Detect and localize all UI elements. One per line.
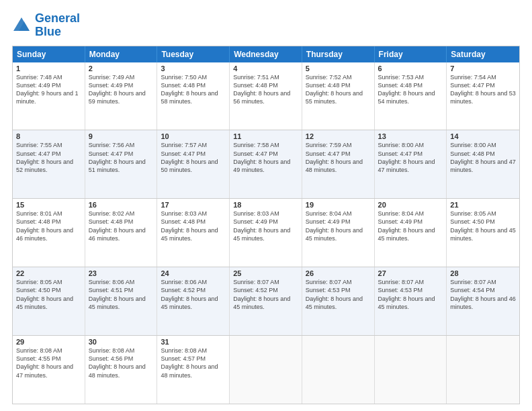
day-number: 14 <box>450 132 516 140</box>
day-number: 11 <box>233 132 298 140</box>
logo-text: General Blue <box>35 12 80 39</box>
day-number: 6 <box>378 64 443 73</box>
day-details: Sunrise: 7:56 AMSunset: 4:47 PMDaylight:… <box>89 141 154 174</box>
day-cell-25: 25Sunrise: 8:07 AMSunset: 4:52 PMDayligh… <box>230 267 302 335</box>
day-number: 19 <box>306 201 371 209</box>
header: General Blue <box>12 12 520 39</box>
day-details: Sunrise: 8:07 AMSunset: 4:53 PMDaylight:… <box>306 278 371 311</box>
header-day-sunday: Sunday <box>13 46 85 62</box>
day-details: Sunrise: 8:05 AMSunset: 4:50 PMDaylight:… <box>450 210 516 242</box>
day-number: 17 <box>161 201 226 209</box>
day-number: 26 <box>306 269 371 277</box>
header-day-saturday: Saturday <box>447 46 519 62</box>
day-number: 9 <box>89 132 154 140</box>
logo-icon <box>12 16 31 35</box>
day-cell-12: 12Sunrise: 7:59 AMSunset: 4:47 PMDayligh… <box>302 130 375 198</box>
calendar-body: 1Sunrise: 7:48 AMSunset: 4:49 PMDaylight… <box>13 62 519 404</box>
day-cell-18: 18Sunrise: 8:03 AMSunset: 4:49 PMDayligh… <box>230 199 302 267</box>
calendar-header: SundayMondayTuesdayWednesdayThursdayFrid… <box>13 46 519 62</box>
day-number: 20 <box>378 201 443 209</box>
week-row-3: 15Sunrise: 8:01 AMSunset: 4:48 PMDayligh… <box>13 198 519 267</box>
day-details: Sunrise: 8:03 AMSunset: 4:49 PMDaylight:… <box>233 210 298 242</box>
day-cell-6: 6Sunrise: 7:53 AMSunset: 4:48 PMDaylight… <box>375 62 447 130</box>
day-number: 23 <box>89 269 154 277</box>
day-details: Sunrise: 7:50 AMSunset: 4:48 PMDaylight:… <box>161 73 226 106</box>
day-number: 29 <box>16 338 81 346</box>
empty-cell <box>375 336 447 404</box>
day-cell-3: 3Sunrise: 7:50 AMSunset: 4:48 PMDaylight… <box>157 62 230 130</box>
day-details: Sunrise: 8:08 AMSunset: 4:56 PMDaylight:… <box>89 347 154 379</box>
day-number: 22 <box>16 269 81 277</box>
day-number: 15 <box>16 201 81 209</box>
day-details: Sunrise: 8:04 AMSunset: 4:49 PMDaylight:… <box>378 210 443 242</box>
day-number: 25 <box>233 269 298 277</box>
day-number: 12 <box>306 132 371 140</box>
day-number: 27 <box>378 269 443 277</box>
day-cell-16: 16Sunrise: 8:02 AMSunset: 4:48 PMDayligh… <box>85 199 158 267</box>
day-cell-17: 17Sunrise: 8:03 AMSunset: 4:48 PMDayligh… <box>157 199 230 267</box>
page: General Blue SundayMondayTuesdayWednesda… <box>0 0 532 411</box>
day-details: Sunrise: 7:57 AMSunset: 4:47 PMDaylight:… <box>161 141 226 174</box>
day-details: Sunrise: 7:58 AMSunset: 4:47 PMDaylight:… <box>233 141 298 174</box>
day-details: Sunrise: 7:51 AMSunset: 4:48 PMDaylight:… <box>233 73 298 106</box>
day-cell-21: 21Sunrise: 8:05 AMSunset: 4:50 PMDayligh… <box>447 199 519 267</box>
day-cell-23: 23Sunrise: 8:06 AMSunset: 4:51 PMDayligh… <box>85 267 158 335</box>
day-cell-4: 4Sunrise: 7:51 AMSunset: 4:48 PMDaylight… <box>230 62 302 130</box>
day-cell-1: 1Sunrise: 7:48 AMSunset: 4:49 PMDaylight… <box>13 62 85 130</box>
day-cell-9: 9Sunrise: 7:56 AMSunset: 4:47 PMDaylight… <box>85 130 158 198</box>
day-cell-15: 15Sunrise: 8:01 AMSunset: 4:48 PMDayligh… <box>13 199 85 267</box>
day-details: Sunrise: 8:02 AMSunset: 4:48 PMDaylight:… <box>89 210 154 242</box>
day-number: 8 <box>16 132 81 140</box>
day-details: Sunrise: 8:00 AMSunset: 4:48 PMDaylight:… <box>450 141 516 174</box>
day-number: 30 <box>89 338 154 346</box>
day-cell-5: 5Sunrise: 7:52 AMSunset: 4:48 PMDaylight… <box>302 62 375 130</box>
day-number: 1 <box>16 64 81 73</box>
day-cell-31: 31Sunrise: 8:08 AMSunset: 4:57 PMDayligh… <box>157 336 230 404</box>
day-details: Sunrise: 8:07 AMSunset: 4:53 PMDaylight:… <box>378 278 443 311</box>
day-number: 21 <box>450 201 516 209</box>
day-cell-2: 2Sunrise: 7:49 AMSunset: 4:49 PMDaylight… <box>85 62 158 130</box>
day-number: 24 <box>161 269 226 277</box>
day-cell-8: 8Sunrise: 7:55 AMSunset: 4:47 PMDaylight… <box>13 130 85 198</box>
day-details: Sunrise: 8:05 AMSunset: 4:50 PMDaylight:… <box>16 278 81 311</box>
day-cell-24: 24Sunrise: 8:06 AMSunset: 4:52 PMDayligh… <box>157 267 230 335</box>
day-cell-13: 13Sunrise: 8:00 AMSunset: 4:47 PMDayligh… <box>375 130 447 198</box>
day-number: 7 <box>450 64 516 73</box>
day-details: Sunrise: 8:06 AMSunset: 4:51 PMDaylight:… <box>89 278 154 311</box>
day-number: 5 <box>306 64 371 73</box>
week-row-5: 29Sunrise: 8:08 AMSunset: 4:55 PMDayligh… <box>13 335 519 404</box>
day-number: 13 <box>378 132 443 140</box>
day-number: 3 <box>161 64 226 73</box>
day-cell-30: 30Sunrise: 8:08 AMSunset: 4:56 PMDayligh… <box>85 336 158 404</box>
day-cell-29: 29Sunrise: 8:08 AMSunset: 4:55 PMDayligh… <box>13 336 85 404</box>
day-number: 16 <box>89 201 154 209</box>
day-details: Sunrise: 8:08 AMSunset: 4:57 PMDaylight:… <box>161 347 226 379</box>
week-row-1: 1Sunrise: 7:48 AMSunset: 4:49 PMDaylight… <box>13 62 519 130</box>
day-details: Sunrise: 7:54 AMSunset: 4:47 PMDaylight:… <box>450 73 516 106</box>
day-cell-26: 26Sunrise: 8:07 AMSunset: 4:53 PMDayligh… <box>302 267 375 335</box>
day-details: Sunrise: 8:04 AMSunset: 4:49 PMDaylight:… <box>306 210 371 242</box>
day-details: Sunrise: 8:00 AMSunset: 4:47 PMDaylight:… <box>378 141 443 174</box>
week-row-4: 22Sunrise: 8:05 AMSunset: 4:50 PMDayligh… <box>13 267 519 335</box>
empty-cell <box>230 336 302 404</box>
day-number: 31 <box>161 338 226 346</box>
day-cell-28: 28Sunrise: 8:07 AMSunset: 4:54 PMDayligh… <box>447 267 519 335</box>
header-day-thursday: Thursday <box>302 46 375 62</box>
day-details: Sunrise: 8:07 AMSunset: 4:54 PMDaylight:… <box>450 278 516 311</box>
header-day-friday: Friday <box>375 46 447 62</box>
day-number: 2 <box>89 64 154 73</box>
day-details: Sunrise: 8:08 AMSunset: 4:55 PMDaylight:… <box>16 347 81 379</box>
empty-cell <box>447 336 519 404</box>
day-number: 4 <box>233 64 298 73</box>
day-number: 28 <box>450 269 516 277</box>
day-cell-22: 22Sunrise: 8:05 AMSunset: 4:50 PMDayligh… <box>13 267 85 335</box>
week-row-2: 8Sunrise: 7:55 AMSunset: 4:47 PMDaylight… <box>13 130 519 198</box>
day-cell-20: 20Sunrise: 8:04 AMSunset: 4:49 PMDayligh… <box>375 199 447 267</box>
day-details: Sunrise: 8:07 AMSunset: 4:52 PMDaylight:… <box>233 278 298 311</box>
day-number: 18 <box>233 201 298 209</box>
day-details: Sunrise: 7:49 AMSunset: 4:49 PMDaylight:… <box>89 73 154 106</box>
day-cell-10: 10Sunrise: 7:57 AMSunset: 4:47 PMDayligh… <box>157 130 230 198</box>
header-day-tuesday: Tuesday <box>157 46 230 62</box>
day-cell-27: 27Sunrise: 8:07 AMSunset: 4:53 PMDayligh… <box>375 267 447 335</box>
day-details: Sunrise: 7:52 AMSunset: 4:48 PMDaylight:… <box>306 73 371 106</box>
